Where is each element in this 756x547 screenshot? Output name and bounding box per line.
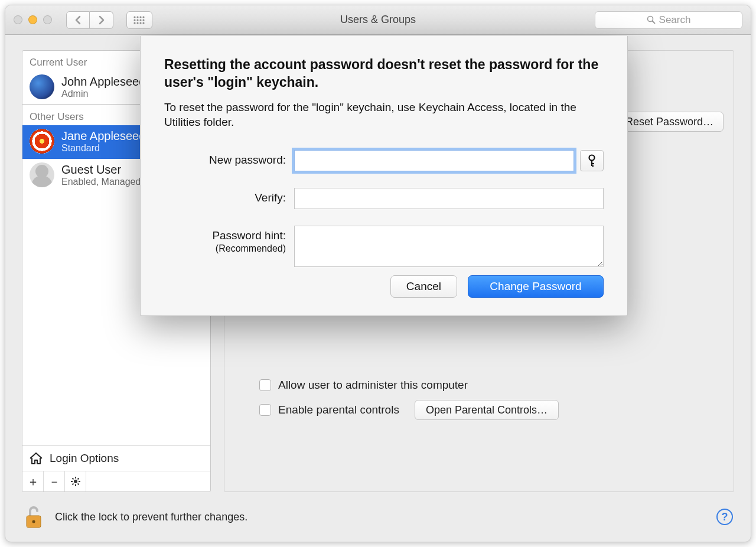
search-placeholder: Search: [659, 14, 691, 26]
new-password-label: New password:: [164, 150, 294, 167]
allow-admin-label: Allow user to administer this computer: [278, 379, 468, 392]
close-window-button[interactable]: [14, 15, 22, 24]
action-gear-button[interactable]: [65, 471, 86, 491]
forward-button[interactable]: [90, 11, 113, 29]
parental-controls-row: Enable parental controls Open Parental C…: [259, 400, 559, 420]
login-options-label: Login Options: [50, 452, 119, 465]
allow-admin-row: Allow user to administer this computer: [259, 379, 559, 392]
avatar-globe-icon: [30, 74, 54, 99]
sheet-button-row: Cancel Change Password: [164, 275, 604, 298]
window-controls: [14, 15, 52, 24]
nav-buttons: [66, 11, 113, 29]
minimize-window-button[interactable]: [28, 15, 37, 24]
unlocked-lock-icon[interactable]: [23, 504, 44, 530]
verify-password-input[interactable]: [294, 188, 604, 209]
svg-point-1: [136, 16, 138, 18]
user-role: Admin: [61, 89, 145, 99]
enable-parental-label: Enable parental controls: [278, 403, 399, 416]
hint-sublabel: (Recommended): [164, 243, 286, 254]
key-icon: [587, 154, 597, 167]
svg-point-10: [139, 22, 141, 24]
open-parental-controls-button[interactable]: Open Parental Controls…: [415, 400, 559, 420]
zoom-window-button[interactable]: [43, 15, 52, 24]
sidebar-toolbar: ＋ －: [22, 471, 210, 491]
new-password-input[interactable]: [294, 150, 574, 171]
svg-line-20: [77, 484, 79, 485]
user-role: Enabled, Managed: [61, 177, 141, 187]
hint-label: Password hint: (Recommended): [164, 226, 294, 254]
show-all-button[interactable]: [126, 11, 152, 29]
search-icon: [647, 15, 656, 24]
reset-password-sheet: Resetting the account password doesn't r…: [140, 36, 628, 316]
enable-parental-checkbox[interactable]: [259, 404, 271, 416]
password-assistant-button[interactable]: [580, 150, 604, 171]
svg-point-8: [133, 22, 135, 24]
svg-point-25: [32, 520, 35, 523]
window-frame: Users & Groups Search Current User John …: [5, 5, 751, 542]
login-options-row[interactable]: Login Options: [22, 445, 210, 471]
lock-hint-text: Click the lock to prevent further change…: [55, 511, 247, 523]
help-button[interactable]: ?: [716, 509, 733, 525]
new-password-row: New password:: [164, 150, 604, 171]
reset-password-button[interactable]: Reset Password…: [615, 112, 724, 132]
user-name: John Appleseed: [61, 75, 145, 89]
allow-admin-checkbox[interactable]: [259, 379, 271, 391]
gear-icon: [70, 476, 81, 487]
svg-point-14: [74, 480, 77, 483]
user-name: Jane Appleseed: [61, 129, 145, 143]
back-button[interactable]: [66, 11, 90, 29]
remove-user-button[interactable]: －: [44, 471, 65, 491]
verify-row: Verify:: [164, 188, 604, 209]
svg-point-11: [142, 22, 144, 24]
sheet-heading: Resetting the account password doesn't r…: [164, 56, 604, 92]
add-user-button[interactable]: ＋: [22, 471, 44, 491]
avatar-silhouette-icon: [30, 162, 54, 187]
svg-point-2: [139, 16, 141, 18]
svg-point-0: [133, 16, 135, 18]
change-password-button[interactable]: Change Password: [468, 275, 604, 298]
svg-point-26: [589, 155, 595, 161]
svg-point-7: [142, 19, 144, 21]
svg-point-3: [142, 16, 144, 18]
svg-line-22: [72, 484, 73, 485]
titlebar: Users & Groups Search: [5, 5, 751, 35]
window-footer: Click the lock to prevent further change…: [5, 492, 751, 542]
user-name: Guest User: [61, 163, 141, 177]
password-form: New password: Verify:: [164, 150, 604, 267]
svg-point-4: [133, 19, 135, 21]
search-field[interactable]: Search: [595, 11, 742, 29]
home-icon: [28, 451, 44, 466]
cancel-button[interactable]: Cancel: [390, 275, 457, 298]
avatar-target-icon: [30, 129, 54, 154]
svg-line-13: [652, 21, 654, 24]
password-hint-input[interactable]: [294, 226, 604, 267]
hint-row: Password hint: (Recommended): [164, 226, 604, 267]
verify-label: Verify:: [164, 188, 294, 204]
svg-line-19: [72, 478, 73, 480]
svg-point-9: [136, 22, 138, 24]
svg-point-5: [136, 19, 138, 21]
sheet-subtext: To reset the password for the "login" ke…: [164, 100, 604, 130]
svg-line-21: [77, 478, 79, 480]
user-role: Standard: [61, 143, 145, 154]
svg-point-6: [139, 19, 141, 21]
permissions-checkboxes: Allow user to administer this computer E…: [259, 379, 559, 420]
